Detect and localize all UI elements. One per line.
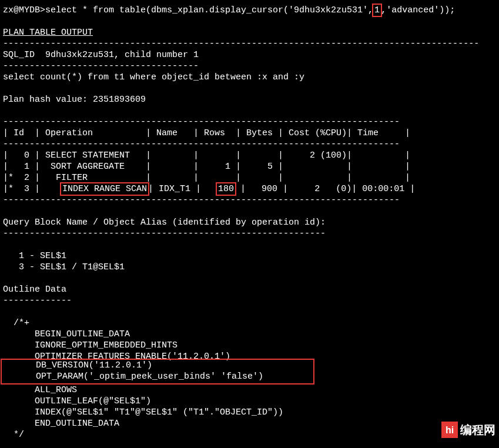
plan-row-2-filter: FILTER: [56, 173, 88, 183]
plan-table-hr: ----------------------------------------…: [3, 117, 400, 127]
highlight-rows-180: 180: [216, 182, 236, 196]
command-post: ,'advanced'));: [381, 5, 455, 15]
prompt: zx@MYDB>: [3, 5, 45, 15]
plan-table-header: | Id | Operation | Name | Rows | Bytes |…: [3, 128, 410, 138]
hint-open: /*+: [3, 318, 29, 328]
qblock-entry-1: 1 - SEL$1: [3, 251, 66, 261]
watermark: hi 编程网: [439, 420, 498, 439]
hint-close: */: [3, 430, 24, 440]
sql-id-line: SQL_ID 9dhu3xk2zu531, child number 1: [3, 50, 199, 60]
outline-title: Outline Data: [3, 285, 66, 295]
hint-all-rows: ALL_ROWS: [3, 385, 77, 395]
plan-row-1: | 1 | SORT AGGREGATE | | 1 | 5 | | |: [3, 162, 410, 172]
outline-dash: -------------: [3, 296, 72, 306]
sql-id-dash: -------------------------------------: [3, 61, 199, 71]
plan-table-hr: ----------------------------------------…: [3, 139, 400, 149]
plan-row-0: | 0 | SELECT STATEMENT | | | | 2 (100)| …: [3, 151, 410, 161]
plan-row-3-post: | 900 | 2 (0)| 00:00:01 |: [235, 184, 415, 194]
plan-row-2-pre: |* 2 |: [3, 173, 56, 183]
query-text: select count(*) from t1 where object_id …: [3, 72, 304, 82]
watermark-icon: hi: [441, 422, 458, 438]
command-pre: select * from table(dbms_xplan.display_c…: [45, 5, 373, 15]
highlight-index-range-scan: INDEX RANGE SCAN: [60, 182, 149, 196]
query-block-dash: ----------------------------------------…: [3, 229, 326, 239]
plan-table-output-header: PLAN_TABLE_OUTPUT: [3, 28, 93, 38]
hint-opt-param: OPT_PARAM('_optim_peek_user_binds' 'fals…: [36, 372, 263, 382]
watermark-text: 编程网: [460, 424, 495, 436]
hint-outline-leaf: OUTLINE_LEAF(@"SEL$1"): [3, 396, 151, 406]
hint-db-version: DB_VERSION('11.2.0.1'): [36, 360, 152, 370]
hint-index: INDEX(@"SEL$1" "T1"@"SEL$1" ("T1"."OBJEC…: [3, 407, 283, 417]
plan-row-3-mid: | IDX_T1 |: [148, 184, 217, 194]
plan-row-3-pre: |* 3 |: [3, 184, 61, 194]
plan-hash: Plan hash value: 2351893609: [3, 95, 146, 105]
terminal-output[interactable]: zx@MYDB>select * from table(dbms_xplan.d…: [0, 0, 499, 445]
plan-row-2-post: | | | | | |: [88, 173, 410, 183]
plan-table-hr: ----------------------------------------…: [3, 195, 400, 205]
query-block-title: Query Block Name / Object Alias (identif…: [3, 218, 326, 228]
hint-begin-outline: BEGIN_OUTLINE_DATA: [3, 329, 130, 339]
hint-ignore-embedded: IGNORE_OPTIM_EMBEDDED_HINTS: [3, 340, 178, 350]
hint-end-outline: END_OUTLINE_DATA: [3, 419, 119, 429]
qblock-entry-3: 3 - SEL$1 / T1@SEL$1: [3, 262, 125, 272]
highlight-opt-param-block: DB_VERSION('11.2.0.1') OPT_PARAM('_optim…: [1, 359, 314, 385]
horizontal-rule: ----------------------------------------…: [3, 39, 479, 49]
